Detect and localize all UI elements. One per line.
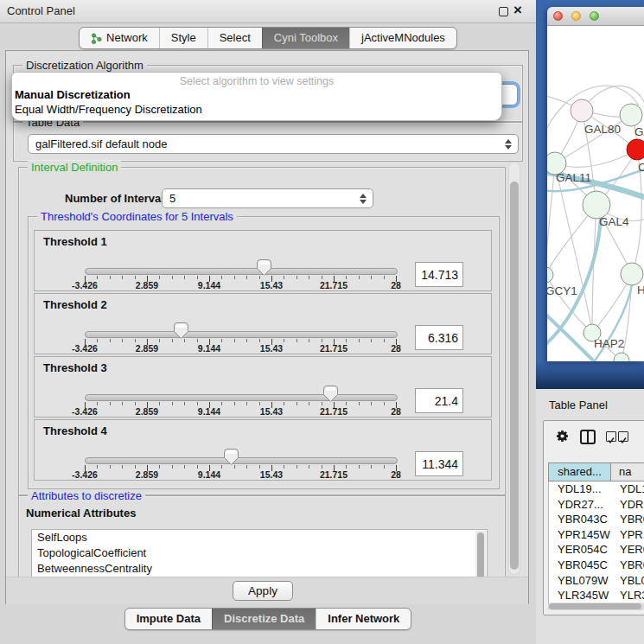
table-cell[interactable]: YBL0: [612, 573, 644, 589]
table-cell[interactable]: YBR045C: [549, 558, 612, 573]
table-row[interactable]: YBR043CYBR0: [549, 512, 644, 527]
tick-mark: [359, 339, 360, 342]
tick-label: 15.43: [260, 343, 283, 354]
slider-track[interactable]: [85, 331, 398, 338]
table-cell[interactable]: YPR1: [612, 527, 644, 543]
table-cell[interactable]: YPR145W: [549, 527, 612, 543]
close-icon[interactable]: ×: [513, 1, 522, 20]
tab-select[interactable]: Select: [207, 28, 262, 48]
tab-impute-data[interactable]: Impute Data: [125, 609, 212, 629]
network-node[interactable]: [547, 267, 553, 283]
network-window-titlebar[interactable]: [547, 7, 644, 26]
threshold-value-field[interactable]: 21.4: [415, 388, 463, 413]
network-edge: [547, 163, 555, 275]
network-view-frame: GAL80GACGAL11GAL4GCY1HHAP2: [536, 0, 644, 389]
slider-thumb[interactable]: [323, 386, 338, 402]
dropdown-item[interactable]: Equal Width/Frequency Discretization: [12, 102, 501, 117]
checkbox-icon[interactable]: [618, 431, 628, 442]
checkbox-icon[interactable]: [606, 431, 616, 442]
slider-track[interactable]: [85, 394, 398, 401]
apply-button[interactable]: Apply: [233, 581, 293, 601]
table-cell[interactable]: YDL1: [612, 481, 644, 497]
tab-infer-network[interactable]: Infer Network: [316, 609, 411, 629]
tick-mark: [122, 465, 123, 469]
number-of-intervals-select[interactable]: 5: [162, 188, 373, 208]
tab-label: jActiveMNodules: [361, 28, 445, 48]
tab-jactivemnodules[interactable]: jActiveMNodules: [349, 28, 456, 48]
table-cell[interactable]: YBR0: [612, 558, 644, 573]
table-cell[interactable]: YDR27...: [549, 497, 612, 513]
slider-thumb[interactable]: [224, 449, 239, 465]
attribute-list-item[interactable]: TopologicalCoefficient: [32, 545, 487, 561]
tick-mark: [309, 402, 309, 405]
tab-discretize-data[interactable]: Discretize Data: [212, 609, 316, 629]
table-row[interactable]: YBL079WYBL0: [549, 573, 644, 589]
table-cell[interactable]: YBL079W: [549, 573, 612, 589]
dropdown-item[interactable]: Manual Discretization: [12, 87, 501, 102]
column-view-icon[interactable]: [580, 430, 596, 444]
threshold-value-field[interactable]: 6.316: [415, 325, 463, 350]
table-cell[interactable]: YBR0: [612, 512, 644, 527]
tick-mark: [322, 465, 322, 469]
table-cell[interactable]: YLR3: [612, 588, 644, 603]
slider-track[interactable]: [85, 268, 398, 275]
network-node-label: HAP2: [594, 337, 624, 350]
gear-icon[interactable]: [555, 429, 570, 443]
network-node[interactable]: [571, 99, 593, 122]
tick-label: 2.859: [136, 406, 158, 417]
tick-mark: [184, 402, 185, 405]
table-cell[interactable]: YLR345W: [549, 588, 612, 603]
minimize-traffic-light-icon[interactable]: [571, 11, 581, 21]
dropdown-items: Manual DiscretizationEqual Width/Frequen…: [12, 87, 501, 117]
panel-scrollbar-thumb[interactable]: [510, 182, 519, 570]
slider-thumb[interactable]: [257, 259, 271, 276]
attribute-list-item[interactable]: SelfLoops: [32, 530, 487, 545]
table-header-cell[interactable]: na: [611, 462, 644, 481]
table-cell[interactable]: YBR043C: [549, 512, 612, 527]
table-row[interactable]: YBR045CYBR0: [549, 558, 644, 573]
table-row[interactable]: YLR345WYLR3: [549, 588, 644, 603]
tab-style[interactable]: Style: [159, 28, 207, 48]
network-node[interactable]: [614, 353, 629, 361]
zoom-traffic-light-icon[interactable]: [590, 11, 599, 21]
tick-mark: [322, 402, 322, 405]
network-node-label: GAL4: [599, 215, 629, 228]
attribute-list-item[interactable]: BetweennessCentrality: [32, 561, 487, 577]
panel-scrollbar[interactable]: [508, 162, 520, 575]
table-horizontal-scrollbar[interactable]: [548, 603, 644, 610]
table-data-group: Table Data galFiltered.sif default node: [13, 122, 523, 162]
table-cell[interactable]: YER054C: [549, 542, 612, 558]
table-cell[interactable]: YDL19...: [549, 481, 612, 497]
tab-cyni-toolbox[interactable]: Cyni Toolbox: [262, 28, 349, 48]
table-hscroll-thumb[interactable]: [549, 603, 641, 609]
threshold-value-field[interactable]: 11.344: [415, 451, 463, 476]
table-row[interactable]: YER054CYER0: [549, 542, 644, 558]
slider-track[interactable]: [85, 457, 398, 464]
table-row[interactable]: YDR27...YDR2: [549, 497, 644, 513]
attributes-group: Attributes to discretize Numerical Attri…: [18, 495, 506, 577]
table-data-select[interactable]: galFiltered.sif default node: [28, 134, 519, 154]
network-node[interactable]: [627, 139, 644, 160]
slider-thumb[interactable]: [174, 322, 188, 339]
threshold-label: Threshold 3: [43, 361, 107, 374]
table-header-cell[interactable]: shared...: [548, 462, 611, 481]
network-node[interactable]: [621, 263, 643, 285]
table-header-row[interactable]: shared...na: [548, 462, 644, 481]
network-window[interactable]: GAL80GACGAL11GAL4GCY1HHAP2: [547, 7, 644, 361]
network-node[interactable]: [620, 104, 642, 126]
table-row[interactable]: YDL19...YDL1: [549, 481, 644, 497]
list-scrollbar-thumb[interactable]: [477, 532, 484, 577]
tick-mark: [184, 276, 185, 279]
float-window-icon[interactable]: [499, 7, 508, 16]
list-scrollbar[interactable]: [475, 531, 486, 577]
table-cell[interactable]: YER0: [612, 542, 644, 558]
numerical-attributes-list[interactable]: SelfLoopsTopologicalCoefficientBetweenne…: [31, 529, 488, 577]
table-cell[interactable]: YDR2: [612, 497, 644, 513]
close-traffic-light-icon[interactable]: [553, 11, 563, 21]
table-row[interactable]: YPR145WYPR1: [549, 527, 644, 543]
threshold-label: Threshold 2: [43, 298, 107, 311]
tab-network[interactable]: Network: [80, 28, 159, 48]
network-canvas[interactable]: GAL80GACGAL11GAL4GCY1HHAP2: [547, 26, 644, 361]
tick-label: -3.426: [72, 469, 98, 480]
threshold-value-field[interactable]: 14.713: [415, 262, 463, 287]
